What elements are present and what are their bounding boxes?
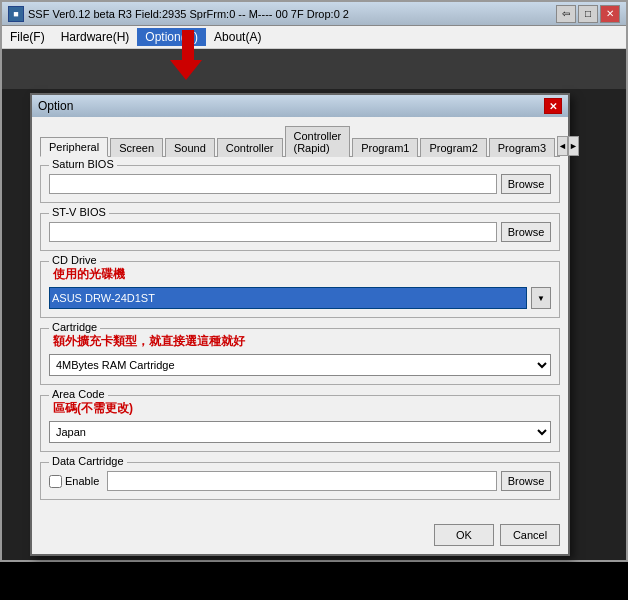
saturn-bios-group: Saturn BIOS Browse [40,165,560,203]
stv-bios-input[interactable] [49,222,497,242]
cancel-button[interactable]: Cancel [500,524,560,546]
minimize-button[interactable]: ⇦ [556,5,576,23]
tab-nav-next[interactable]: ► [568,136,579,156]
tab-program1[interactable]: Program1 [352,138,418,157]
menu-about[interactable]: About(A) [206,28,269,46]
menu-hardware[interactable]: Hardware(H) [53,28,138,46]
area-code-annotation: 區碼(不需更改) [53,400,551,417]
saturn-bios-row: Browse [49,174,551,194]
cartridge-select-row: 4MBytes RAM Cartridge [49,354,551,376]
dialog-content: Peripheral Screen Sound Controller Contr… [32,117,568,518]
dialog-titlebar: Option ✕ [32,95,568,117]
app-titlebar: ■ SSF Ver0.12 beta R3 Field:2935 SprFrm:… [2,2,626,26]
tab-program2[interactable]: Program2 [420,138,486,157]
data-cartridge-input[interactable] [107,471,497,491]
tab-peripheral[interactable]: Peripheral [40,137,108,157]
titlebar-buttons: ⇦ □ ✕ [556,5,620,23]
app-window: ■ SSF Ver0.12 beta R3 Field:2935 SprFrm:… [0,0,628,562]
data-cartridge-label: Data Cartridge [49,455,127,467]
stv-bios-row: Browse [49,222,551,242]
cartridge-label: Cartridge [49,321,100,333]
cd-drive-selected-value[interactable]: ASUS DRW-24D1ST [49,287,527,309]
cartridge-select[interactable]: 4MBytes RAM Cartridge [49,354,551,376]
saturn-bios-browse-button[interactable]: Browse [501,174,551,194]
area-code-group: Area Code 區碼(不需更改) Japan [40,395,560,452]
tab-sound[interactable]: Sound [165,138,215,157]
cd-drive-label: CD Drive [49,254,100,266]
dialog-background: Option ✕ Peripheral Screen Sound Control… [2,89,626,560]
saturn-bios-input[interactable] [49,174,497,194]
data-cartridge-enable-label[interactable]: Enable [49,475,99,488]
area-code-label: Area Code [49,388,108,400]
tab-nav-prev[interactable]: ◄ [557,136,568,156]
cd-drive-annotation: 使用的光碟機 [53,266,551,283]
data-cartridge-row: Enable Browse [49,471,551,491]
maximize-button[interactable]: □ [578,5,598,23]
dialog-footer: OK Cancel [32,518,568,554]
stv-bios-browse-button[interactable]: Browse [501,222,551,242]
arrow-head [170,60,202,80]
tab-program3[interactable]: Program3 [489,138,555,157]
data-cartridge-enable-checkbox[interactable] [49,475,62,488]
app-menubar: File(F) Hardware(H) Option(O) About(A) [2,26,626,49]
tab-controller-rapid[interactable]: Controller (Rapid) [285,126,351,157]
cd-drive-dropdown-arrow[interactable]: ▼ [531,287,551,309]
saturn-bios-label: Saturn BIOS [49,158,117,170]
titlebar-left: ■ SSF Ver0.12 beta R3 Field:2935 SprFrm:… [8,6,349,22]
menu-option[interactable]: Option(O) [137,28,206,46]
data-cartridge-enable-text: Enable [65,475,99,487]
data-cartridge-browse-button[interactable]: Browse [501,471,551,491]
dialog-title: Option [38,99,73,113]
stv-bios-group: ST-V BIOS Browse [40,213,560,251]
cartridge-group: Cartridge 額外擴充卡類型，就直接選這種就好 4MBytes RAM C… [40,328,560,385]
tab-controller[interactable]: Controller [217,138,283,157]
area-code-select[interactable]: Japan [49,421,551,443]
cartridge-annotation: 額外擴充卡類型，就直接選這種就好 [53,333,551,350]
cd-drive-select-row: ASUS DRW-24D1ST ▼ [49,287,551,309]
data-cartridge-group: Data Cartridge Enable Browse [40,462,560,500]
tab-bar: Peripheral Screen Sound Controller Contr… [40,125,560,157]
main-background [2,49,626,89]
stv-bios-label: ST-V BIOS [49,206,109,218]
ok-button[interactable]: OK [434,524,494,546]
app-icon: ■ [8,6,24,22]
menu-file[interactable]: File(F) [2,28,53,46]
tab-screen[interactable]: Screen [110,138,163,157]
cd-drive-group: CD Drive 使用的光碟機 ASUS DRW-24D1ST ▼ [40,261,560,318]
dialog-close-button[interactable]: ✕ [544,98,562,114]
option-dialog: Option ✕ Peripheral Screen Sound Control… [30,93,570,556]
area-code-select-row: Japan [49,421,551,443]
close-app-button[interactable]: ✕ [600,5,620,23]
app-title: SSF Ver0.12 beta R3 Field:2935 SprFrm:0 … [28,8,349,20]
